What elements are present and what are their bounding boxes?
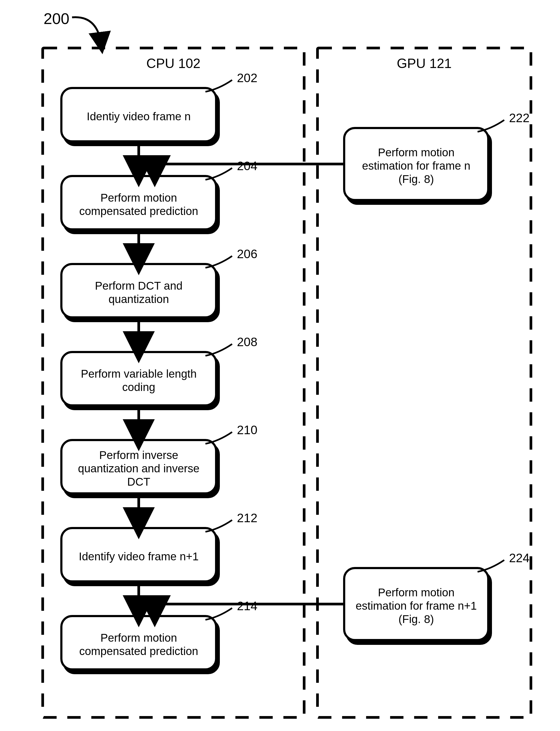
figure-reference-arrow — [72, 17, 101, 45]
cpu-step-202: Identiy video frame n — [61, 88, 216, 141]
cpu-step-214-line-1: compensated prediction — [79, 645, 198, 657]
gpu-step-224-line-1: estimation for frame n+1 — [356, 599, 477, 612]
ref-214: 214 — [237, 599, 257, 613]
gpu-step-224: Perform motionestimation for frame n+1(F… — [344, 568, 488, 640]
cpu-step-204-line-1: compensated prediction — [79, 205, 198, 217]
ref-212: 212 — [237, 511, 257, 525]
cpu-step-206-line-0: Perform DCT and — [95, 280, 182, 292]
ref-leader-210 — [205, 432, 232, 444]
gpu-title: GPU 121 — [397, 56, 452, 71]
cpu-step-204-line-0: Perform motion — [100, 192, 177, 204]
ref-leader-204 — [205, 168, 232, 180]
cpu-step-210-line-0: Perform inverse — [99, 449, 178, 461]
cpu-step-210-line-1: quantization and inverse — [78, 462, 199, 475]
ref-204: 204 — [237, 159, 257, 173]
ref-leader-212 — [205, 520, 232, 532]
ref-leader-202 — [205, 80, 232, 92]
ref-202: 202 — [237, 71, 257, 85]
gpu-step-224-line-2: (Fig. 8) — [398, 613, 434, 625]
cpu-step-214: Perform motioncompensated prediction — [61, 616, 216, 669]
gpu-step-222-line-0: Perform motion — [378, 146, 454, 159]
ref-206: 206 — [237, 247, 257, 261]
cpu-step-208-line-0: Perform variable length — [81, 367, 197, 380]
cpu-step-202-line-0: Identiy video frame n — [87, 110, 191, 123]
ref-leader-222 — [478, 120, 504, 132]
cpu-step-206-line-1: quantization — [109, 293, 169, 306]
ref-leader-206 — [205, 256, 232, 268]
cpu-step-210: Perform inversequantization and inverseD… — [61, 440, 216, 493]
cpu-title: CPU 102 — [146, 56, 201, 71]
gpu-steps-group: Perform motionestimation for frame n(Fig… — [344, 128, 488, 640]
ref-leader-214 — [205, 608, 232, 620]
cpu-step-208: Perform variable lengthcoding — [61, 352, 216, 405]
cpu-step-206: Perform DCT andquantization — [61, 264, 216, 318]
figure-reference: 200 — [43, 10, 69, 27]
flowchart-diagram: 200 CPU 102 GPU 121 Identiy video frame … — [0, 0, 560, 731]
cpu-step-212-line-0: Identify video frame n+1 — [79, 550, 198, 563]
cpu-step-210-line-2: DCT — [127, 475, 150, 488]
cpu-step-204: Perform motioncompensated prediction — [61, 176, 216, 229]
cpu-step-212: Identify video frame n+1 — [61, 528, 216, 581]
gpu-step-222-line-2: (Fig. 8) — [398, 173, 434, 185]
gpu-step-224-line-0: Perform motion — [378, 586, 454, 599]
cpu-step-214-line-0: Perform motion — [100, 631, 177, 644]
gpu-step-222: Perform motionestimation for frame n(Fig… — [344, 128, 488, 200]
gpu-step-222-line-1: estimation for frame n — [362, 160, 470, 172]
ref-222: 222 — [509, 111, 530, 125]
ref-leader-208 — [205, 344, 232, 356]
ref-leader-224 — [478, 560, 504, 572]
ref-210: 210 — [237, 423, 257, 437]
ref-208: 208 — [237, 335, 257, 349]
cpu-step-208-line-1: coding — [122, 381, 155, 393]
ref-224: 224 — [509, 551, 530, 565]
